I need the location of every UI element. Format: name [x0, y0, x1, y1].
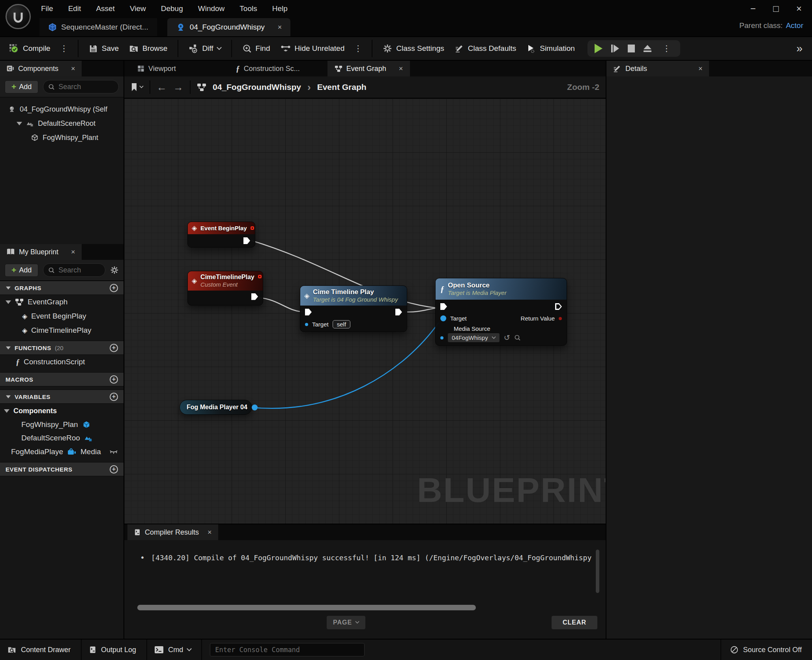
eject-icon[interactable]: [644, 45, 651, 52]
browse-asset-icon[interactable]: [514, 334, 521, 341]
event-dispatchers-section-header[interactable]: EVENT DISPATCHERS: [0, 462, 123, 476]
breadcrumb-root[interactable]: 04_FogGroundWhispy: [213, 82, 301, 92]
collapse-caret-icon[interactable]: [6, 286, 11, 289]
blueprint-canvas[interactable]: BLUEPRINT Event BeginPlay: [124, 99, 606, 524]
tree-item-self[interactable]: 04_FogGroundWhispy (Self: [0, 102, 123, 116]
close-icon[interactable]: [208, 528, 212, 537]
variable-out-pin[interactable]: [252, 405, 258, 410]
eventgraph-row[interactable]: EventGraph: [0, 295, 123, 309]
var-defaultsceneroot-row[interactable]: DefaultSceneRoo: [0, 431, 123, 445]
vertical-scrollbar[interactable]: [596, 550, 599, 593]
tab-details[interactable]: Details: [606, 61, 709, 76]
class-settings-button[interactable]: Class Settings: [380, 44, 447, 53]
nav-forward-icon[interactable]: [173, 81, 183, 93]
node-open-source[interactable]: Open Source Target is Media Player Targe…: [435, 278, 567, 346]
components-group-row[interactable]: Components: [0, 404, 123, 418]
compile-options-icon[interactable]: [58, 44, 71, 53]
node-event-beginplay[interactable]: Event BeginPlay: [187, 222, 255, 248]
add-graph-icon[interactable]: [110, 284, 118, 292]
toolbar-overflow-icon[interactable]: [796, 42, 806, 55]
menu-tools[interactable]: Tools: [239, 4, 257, 13]
blueprint-settings-gear-icon[interactable]: [110, 266, 119, 274]
menu-edit[interactable]: Edit: [68, 4, 81, 13]
target-pin[interactable]: [305, 323, 308, 326]
exec-out-pin[interactable]: [251, 293, 258, 300]
functions-section-header[interactable]: FUNCTIONS (20: [0, 341, 123, 355]
tab-my-blueprint[interactable]: My Blueprint: [0, 244, 82, 260]
compile-button[interactable]: Compile: [6, 43, 54, 54]
hide-unrelated-button[interactable]: Hide Unrelated: [277, 44, 348, 53]
add-macro-icon[interactable]: [110, 375, 118, 384]
tab-components[interactable]: C Components: [0, 61, 82, 76]
play-options-icon[interactable]: [660, 44, 673, 53]
parent-class-link[interactable]: Actor: [786, 21, 803, 30]
tab-compiler-results[interactable]: Compiler Results: [127, 524, 218, 540]
exec-in-pin[interactable]: [440, 303, 447, 310]
close-icon[interactable]: ×: [796, 3, 802, 14]
close-tab-icon[interactable]: [278, 23, 282, 32]
tab-foggroundwhispy[interactable]: 04_FogGroundWhispy: [167, 18, 291, 36]
tab-event-graph[interactable]: Event Graph: [327, 61, 410, 76]
var-fogmediaplayer-row[interactable]: FogMediaPlaye Media: [0, 445, 123, 459]
node-cime-timeline-play-call[interactable]: Cime Timeline Play Target is 04 Fog Grou…: [300, 285, 407, 332]
tab-viewport[interactable]: Viewport: [130, 61, 183, 76]
collapse-caret-icon[interactable]: [6, 300, 11, 304]
source-control-button[interactable]: Source Control Off: [720, 639, 812, 660]
var-fogwhispy-row[interactable]: FogWhispy_Plan: [0, 418, 123, 431]
constructionscript-row[interactable]: ConstructionScript: [0, 355, 123, 369]
menu-window[interactable]: Window: [198, 4, 225, 13]
collapse-caret-icon[interactable]: [4, 409, 9, 413]
menu-help[interactable]: Help: [272, 4, 288, 13]
close-icon[interactable]: [71, 65, 75, 73]
output-log-button[interactable]: Output Log: [82, 639, 147, 660]
add-event-dispatcher-icon[interactable]: [110, 465, 118, 474]
tree-item-defaultsceneroot[interactable]: DefaultSceneRoot: [0, 116, 123, 131]
maximize-icon[interactable]: □: [773, 3, 779, 14]
clear-button[interactable]: CLEAR: [552, 616, 597, 629]
target-pin[interactable]: [440, 315, 446, 321]
reset-to-default-icon[interactable]: [504, 333, 510, 342]
media-source-dropdown[interactable]: 04FogWhispy: [447, 333, 500, 343]
collapse-caret-icon[interactable]: [6, 395, 11, 398]
variables-section-header[interactable]: VARIABLES: [0, 390, 123, 404]
cimetimelineplay-row[interactable]: CimeTimelinePlay: [0, 323, 123, 337]
menu-debug[interactable]: Debug: [161, 4, 183, 13]
tab-construction-script[interactable]: Construction Sc...: [229, 61, 307, 76]
graphs-section-header[interactable]: GRAPHS: [0, 281, 123, 295]
frame-skip-icon[interactable]: [611, 45, 619, 52]
breadcrumb-current[interactable]: Event Graph: [317, 82, 367, 92]
macros-section-header[interactable]: MACROS: [0, 372, 123, 386]
close-icon[interactable]: [71, 248, 75, 256]
menu-file[interactable]: File: [41, 4, 53, 13]
exec-out-pin[interactable]: [555, 303, 562, 310]
menu-view[interactable]: View: [130, 4, 146, 13]
exec-in-pin[interactable]: [305, 309, 312, 315]
content-drawer-button[interactable]: Content Drawer: [0, 639, 82, 660]
find-button[interactable]: Find: [239, 44, 273, 53]
simulation-button[interactable]: Simulation: [523, 44, 578, 53]
tab-sequencemaster[interactable]: SequenceMaster (Direct...: [39, 18, 157, 36]
close-icon[interactable]: [698, 65, 703, 73]
return-value-pin[interactable]: [559, 317, 562, 320]
add-blueprint-item-button[interactable]: Add: [5, 264, 38, 277]
add-component-button[interactable]: Add: [5, 80, 38, 93]
hide-unrelated-options-icon[interactable]: [352, 44, 365, 53]
bookmark-icon[interactable]: [131, 83, 143, 91]
nav-back-icon[interactable]: [157, 81, 167, 93]
my-blueprint-search-input[interactable]: [58, 266, 100, 274]
add-variable-icon[interactable]: [110, 393, 118, 401]
collapse-caret-icon[interactable]: [6, 346, 11, 349]
play-icon[interactable]: [595, 44, 602, 53]
save-button[interactable]: Save: [86, 44, 122, 53]
tree-item-fogwhispy-plant[interactable]: FogWhispy_Plant: [0, 131, 123, 145]
eye-closed-icon[interactable]: [109, 449, 118, 455]
horizontal-scrollbar[interactable]: [137, 605, 476, 610]
add-function-icon[interactable]: [110, 344, 118, 352]
class-defaults-button[interactable]: Class Defaults: [451, 44, 520, 53]
diff-button[interactable]: Diff: [185, 44, 224, 53]
page-button[interactable]: PAGE: [327, 616, 365, 629]
close-icon[interactable]: [399, 65, 403, 73]
components-search-input[interactable]: [58, 83, 114, 91]
node-cimetimelineplay-event[interactable]: CimeTimelinePlay Custom Event: [187, 271, 263, 306]
exec-out-pin[interactable]: [243, 237, 250, 244]
